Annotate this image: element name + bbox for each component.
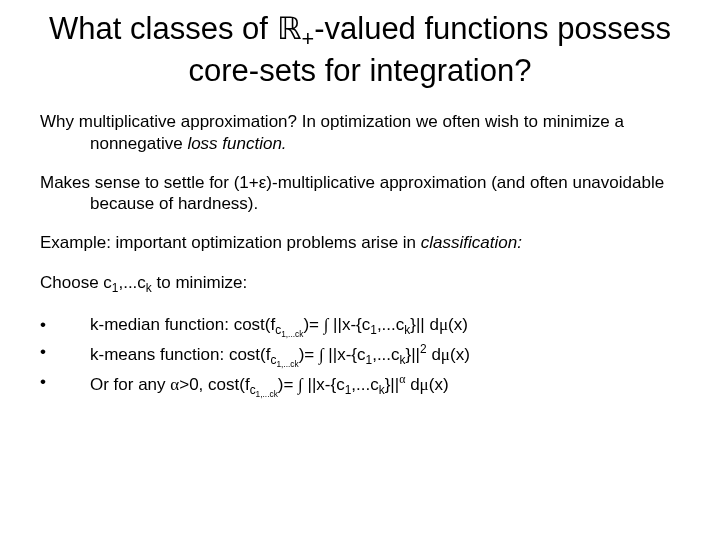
p4-mid: ,...c <box>118 273 145 292</box>
slide-body: Why multiplicative approximation? In opt… <box>40 111 680 400</box>
slide: What classes of ℝ+-valued functions poss… <box>0 0 720 420</box>
p3-lead: Example: important optimization problems… <box>40 233 421 252</box>
p1-lead: Why multiplicative approximation? In opt… <box>40 112 624 152</box>
paragraph-2: Makes sense to settle for (1+ε)-multipli… <box>40 172 680 215</box>
p4-pre: Choose c <box>40 273 112 292</box>
list-item: • k-means function: cost(fc1,...ck)= ∫ |… <box>40 341 680 371</box>
alpha-icon: α <box>170 374 179 393</box>
title-pre: What classes of <box>49 11 276 46</box>
bullet-3-text: Or for any α>0, cost(fc1,...ck)= ∫ ||x-{… <box>90 371 449 401</box>
list-item: • Or for any α>0, cost(fc1,...ck)= ∫ ||x… <box>40 371 680 401</box>
bullet-dot: • <box>40 341 90 371</box>
bullet-list: • k-median function: cost(fc1,...ck)= ∫ … <box>40 314 680 400</box>
paragraph-4: Choose c1,...ck to minimize: <box>40 272 680 296</box>
bullet-2-text: k-means function: cost(fc1,...ck)= ∫ ||x… <box>90 341 470 371</box>
paragraph-3: Example: important optimization problems… <box>40 232 680 253</box>
title-subscript: + <box>302 26 315 51</box>
list-item: • k-median function: cost(fc1,...ck)= ∫ … <box>40 314 680 341</box>
real-numbers-symbol: ℝ <box>277 11 302 46</box>
bullet-1-text: k-median function: cost(fc1,...ck)= ∫ ||… <box>90 314 468 341</box>
slide-title: What classes of ℝ+-valued functions poss… <box>40 10 680 89</box>
p3-italic: classification: <box>421 233 522 252</box>
mu-icon: μ <box>420 374 429 393</box>
p4-post: to minimize: <box>152 273 247 292</box>
mu-icon: μ <box>439 315 448 334</box>
paragraph-1: Why multiplicative approximation? In opt… <box>40 111 680 154</box>
mu-icon: μ <box>441 345 450 364</box>
bullet-dot: • <box>40 314 90 341</box>
bullet-dot: • <box>40 371 90 401</box>
p1-italic: loss function. <box>187 134 286 153</box>
